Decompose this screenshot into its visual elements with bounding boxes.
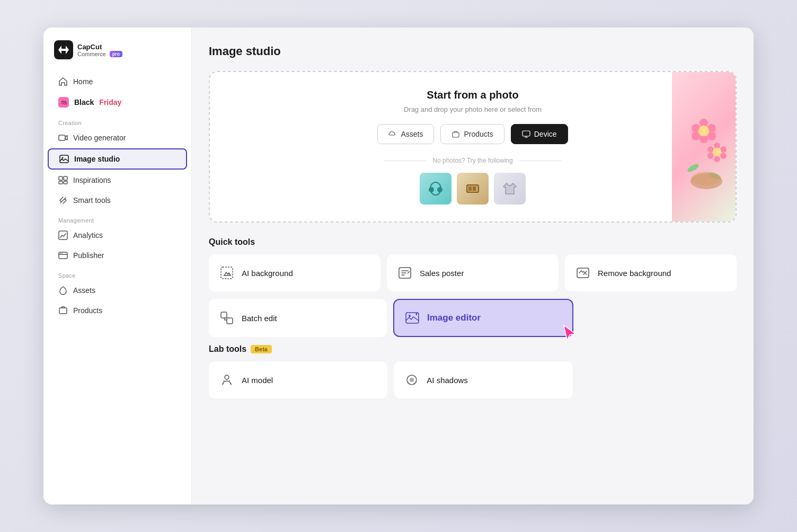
svg-rect-12: [59, 308, 67, 314]
app-window: CapCut Commerce pro Home 🛍 Black Black F…: [43, 28, 754, 504]
svg-point-41: [692, 172, 721, 185]
inspirations-icon: [58, 175, 68, 185]
svg-point-51: [410, 378, 414, 382]
svg-point-17: [437, 187, 442, 192]
image-editor-icon: [405, 311, 420, 325]
upload-decoration: [672, 72, 736, 221]
device-upload-button[interactable]: Device: [511, 124, 568, 144]
tool-ai-background[interactable]: AI background: [209, 254, 380, 291]
lab-tools-title: Lab tools: [209, 344, 246, 354]
assets-icon: [58, 286, 68, 295]
sample-image-1[interactable]: [420, 173, 451, 205]
svg-point-29: [698, 126, 709, 136]
sidebar-item-black-friday[interactable]: 🛍 Black Black Friday Friday: [48, 92, 187, 112]
batch-edit-icon: [219, 311, 234, 325]
products-icon: [58, 306, 68, 315]
smart-tools-icon: [58, 196, 68, 205]
svg-rect-14: [523, 131, 530, 136]
analytics-icon: [58, 230, 68, 240]
upload-area[interactable]: Start from a photo Drag and drop your ph…: [209, 71, 737, 223]
tool-batch-edit[interactable]: Batch edit: [209, 299, 387, 337]
beta-badge: Beta: [251, 345, 272, 353]
ai-shadows-icon: [404, 373, 419, 387]
svg-rect-4: [59, 176, 63, 180]
sidebar-item-home[interactable]: Home: [48, 72, 187, 91]
section-creation: Creation: [43, 113, 191, 128]
svg-point-37: [713, 148, 721, 156]
section-management: Management: [43, 211, 191, 226]
lab-title-row: Lab tools Beta: [209, 344, 737, 354]
quick-tools-section: Quick tools AI background Sales poster: [209, 237, 737, 337]
svg-rect-21: [473, 187, 476, 191]
sidebar: CapCut Commerce pro Home 🛍 Black Black F…: [43, 28, 192, 504]
sidebar-item-image-studio[interactable]: Image studio: [48, 148, 187, 170]
quick-tools-grid-2: Batch edit Image editor: [209, 299, 737, 337]
svg-rect-1: [59, 135, 65, 140]
publisher-icon: [58, 251, 68, 260]
svg-point-11: [61, 253, 63, 254]
cloud-icon: [388, 130, 397, 138]
lab-tools-grid: AI model AI shadows: [209, 361, 737, 398]
sidebar-item-assets[interactable]: Assets: [48, 281, 187, 300]
svg-point-38: [686, 163, 700, 174]
lab-tools-section: Lab tools Beta AI model AI shadows: [209, 344, 737, 398]
sidebar-item-smart-tools[interactable]: Smart tools: [48, 191, 187, 210]
svg-point-48: [409, 315, 411, 317]
monitor-icon: [522, 130, 530, 138]
svg-point-36: [714, 156, 720, 162]
pro-badge: pro: [110, 51, 123, 57]
ai-bg-icon: [219, 265, 234, 280]
upload-buttons: Assets Products Device: [377, 124, 568, 144]
upload-title: Start from a photo: [427, 89, 518, 101]
svg-point-10: [60, 253, 61, 254]
svg-rect-45: [221, 312, 227, 318]
bf-icon: 🛍: [58, 97, 69, 108]
tool-sales-poster[interactable]: Sales poster: [387, 254, 559, 291]
sidebar-item-analytics[interactable]: Analytics: [48, 226, 187, 245]
svg-point-34: [707, 153, 714, 159]
upload-subtitle: Drag and drop your photo here or select …: [404, 105, 542, 113]
assets-upload-button[interactable]: Assets: [377, 124, 434, 144]
sidebar-item-inspirations[interactable]: Inspirations: [48, 171, 187, 190]
home-icon: [58, 77, 68, 86]
logo-text: CapCut Commerce pro: [77, 43, 122, 57]
svg-rect-8: [59, 231, 67, 240]
sidebar-item-products[interactable]: Products: [48, 301, 187, 320]
tool-remove-background[interactable]: Remove background: [565, 254, 737, 291]
sample-image-3[interactable]: [494, 173, 526, 205]
upload-divider: No photos? Try the following: [384, 157, 561, 164]
svg-rect-46: [227, 318, 233, 324]
sales-poster-icon: [397, 265, 412, 280]
main-content: Image studio Start from a photo Drag and…: [192, 28, 754, 504]
section-space: Space: [43, 266, 191, 281]
sidebar-item-publisher[interactable]: Publisher: [48, 246, 187, 265]
quick-tools-title: Quick tools: [209, 237, 737, 247]
svg-rect-7: [64, 181, 67, 184]
sample-image-2[interactable]: [457, 173, 489, 205]
svg-point-35: [720, 153, 727, 159]
svg-point-16: [429, 187, 434, 192]
box-icon: [451, 130, 460, 138]
sample-images: [420, 173, 526, 205]
logo-area: CapCut Commerce pro: [43, 40, 191, 72]
capcut-logo-icon: [54, 40, 73, 59]
page-title: Image studio: [209, 45, 737, 58]
svg-rect-20: [468, 187, 472, 191]
ai-model-icon: [219, 373, 234, 387]
products-upload-button[interactable]: Products: [440, 124, 504, 144]
image-studio-icon: [59, 154, 69, 164]
tool-image-editor[interactable]: Image editor: [393, 299, 573, 337]
svg-rect-2: [60, 155, 68, 163]
remove-bg-icon: [575, 265, 590, 280]
svg-point-27: [707, 132, 716, 140]
sidebar-item-video-generator[interactable]: Video generator: [48, 128, 187, 147]
svg-rect-5: [64, 176, 67, 180]
svg-rect-13: [453, 132, 459, 137]
tool-ai-shadows[interactable]: AI shadows: [394, 361, 572, 398]
svg-rect-6: [59, 181, 63, 184]
cursor-overlay: [561, 324, 578, 341]
svg-point-49: [225, 375, 229, 379]
svg-point-26: [692, 132, 700, 140]
tool-ai-model[interactable]: AI model: [209, 361, 387, 398]
video-icon: [58, 133, 68, 143]
